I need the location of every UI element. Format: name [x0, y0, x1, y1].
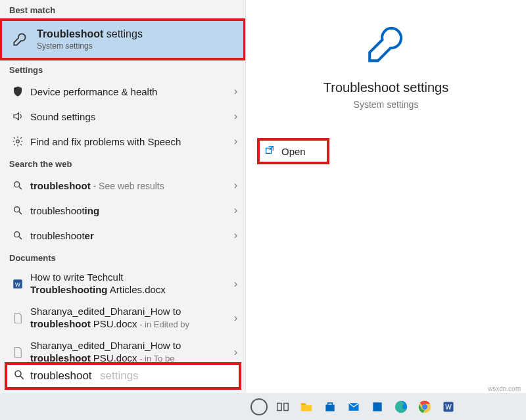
speaker-icon [9, 110, 26, 122]
svg-point-0 [16, 140, 20, 143]
search-icon [9, 230, 26, 241]
preview-title: Troubleshoot settings [246, 80, 526, 95]
watermark: wsxdn.com [487, 385, 522, 392]
svg-point-3 [14, 207, 20, 212]
taskbar: W [0, 393, 526, 420]
preview-panel: Troubleshoot settings System settings Op… [246, 0, 526, 393]
svg-rect-13 [284, 403, 288, 410]
svg-point-1 [14, 182, 20, 187]
search-icon [13, 369, 25, 383]
document-item[interactable]: Sharanya_edited_Dharani_How to troublesh… [0, 301, 245, 335]
edge-icon[interactable] [392, 398, 410, 416]
svg-text:W: W [15, 282, 20, 288]
svg-point-18 [422, 404, 427, 409]
item-label: Sharanya_edited_Dharani_How to troublesh… [26, 340, 234, 365]
settings-item-speech[interactable]: Find and fix problems with Speech › [0, 129, 245, 154]
item-label: Device performance & health [26, 86, 234, 97]
svg-point-5 [14, 232, 20, 237]
section-settings: Settings [0, 60, 245, 79]
app-icon[interactable] [368, 398, 387, 416]
item-label: Find and fix problems with Speech [26, 136, 234, 147]
chevron-right-icon: › [234, 312, 237, 324]
svg-rect-15 [373, 402, 381, 411]
gear-icon [9, 135, 26, 147]
store-icon[interactable] [321, 398, 339, 416]
task-view-icon[interactable] [274, 398, 292, 416]
section-documents: Documents [0, 248, 245, 267]
item-label: troubleshoot - See web results [26, 180, 234, 191]
svg-line-2 [19, 187, 22, 189]
chevron-right-icon: › [234, 110, 237, 122]
chrome-icon[interactable] [416, 398, 434, 416]
web-item-troubleshooter[interactable]: troubleshooter › [0, 223, 245, 248]
chevron-right-icon: › [234, 85, 237, 97]
shield-icon [9, 85, 26, 97]
doc-icon [9, 346, 26, 358]
svg-line-4 [19, 212, 22, 214]
svg-line-6 [19, 237, 22, 239]
svg-text:W: W [445, 404, 452, 411]
settings-item-device-performance[interactable]: Device performance & health › [0, 79, 245, 104]
best-match-text: Troubleshoot settings System settings [30, 28, 143, 51]
word-icon[interactable]: W [439, 398, 458, 416]
section-web: Search the web [0, 154, 245, 173]
search-icon [9, 205, 26, 216]
preview-wrench-icon [246, 22, 526, 68]
chevron-right-icon: › [234, 179, 237, 191]
best-match-result[interactable]: Troubleshoot settings System settings [0, 19, 245, 60]
chevron-right-icon: › [234, 229, 237, 241]
search-results-panel: Best match Troubleshoot settings System … [0, 0, 246, 393]
open-label: Open [281, 146, 306, 157]
mail-icon[interactable] [345, 398, 363, 416]
item-label: Sound settings [26, 111, 234, 122]
section-best-match: Best match [0, 0, 245, 19]
open-icon [264, 145, 275, 158]
svg-line-10 [20, 376, 24, 379]
doc-icon [9, 312, 26, 324]
open-button[interactable]: Open [258, 139, 329, 164]
web-item-troubleshoot[interactable]: troubleshoot - See web results › [0, 173, 245, 198]
svg-rect-12 [277, 403, 281, 410]
chevron-right-icon: › [234, 204, 237, 216]
chevron-right-icon: › [234, 346, 237, 358]
item-label: troubleshooter [26, 230, 234, 241]
search-icon [9, 180, 26, 191]
search-box[interactable]: settings [5, 363, 241, 389]
file-explorer-icon[interactable] [297, 398, 316, 416]
search-input[interactable] [30, 369, 233, 383]
item-label: troubleshooting [26, 205, 234, 216]
chevron-right-icon: › [234, 135, 237, 147]
cortana-icon[interactable] [250, 398, 268, 416]
word-doc-icon: W [9, 278, 26, 290]
svg-point-9 [15, 371, 21, 377]
settings-item-sound[interactable]: Sound settings › [0, 104, 245, 129]
chevron-right-icon: › [234, 278, 237, 290]
preview-subtitle: System settings [246, 99, 526, 110]
document-item[interactable]: W How to write Techcult Troubleshooting … [0, 267, 245, 301]
item-label: Sharanya_edited_Dharani_How to troublesh… [26, 306, 234, 331]
web-item-troubleshooting[interactable]: troubleshooting › [0, 198, 245, 223]
wrench-icon [9, 31, 30, 48]
item-label: How to write Techcult Troubleshooting Ar… [26, 271, 234, 296]
